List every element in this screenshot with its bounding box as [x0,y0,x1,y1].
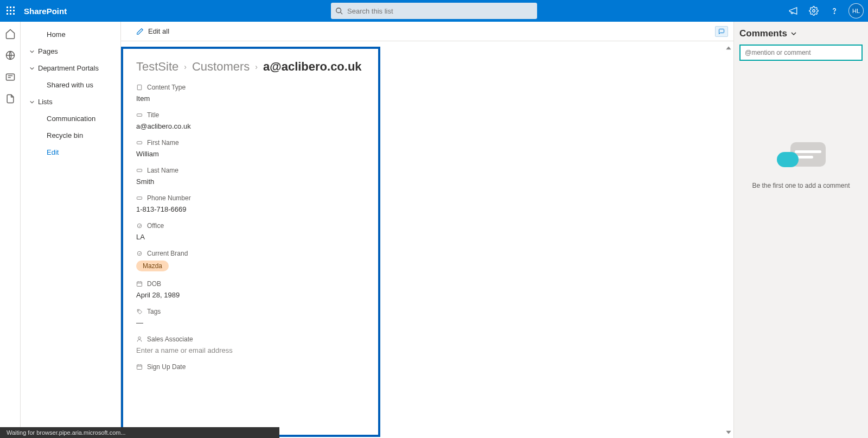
app-bar [0,22,21,438]
gear-icon[interactable] [807,4,820,17]
command-bar: Edit all [121,22,733,41]
textbox-icon [136,112,143,118]
textbox-icon [136,139,143,146]
svg-rect-1 [10,7,11,8]
comments-header[interactable]: Comments [739,28,863,39]
field-office: Office LA [136,222,365,241]
field-tags: Tags — [136,308,365,327]
scroll-up-arrow[interactable] [725,45,732,52]
svg-point-12 [834,13,834,14]
nav-dept-portals[interactable]: Department Portals [21,60,120,77]
svg-rect-7 [10,13,11,15]
svg-rect-0 [7,7,8,8]
scroll-down-arrow[interactable] [725,428,732,436]
svg-rect-14 [6,74,14,80]
svg-rect-19 [137,197,142,200]
choice-icon [136,250,143,257]
breadcrumb-item: a@aclibero.co.uk [263,60,362,74]
textbox-icon [136,167,143,174]
textbox-icon [136,195,143,201]
svg-rect-4 [10,10,11,11]
tags-icon [136,308,143,315]
nav-shared[interactable]: Shared with us [21,77,120,93]
svg-line-10 [341,12,343,15]
svg-rect-15 [137,85,142,90]
comment-pane-toggle[interactable] [715,26,728,37]
choice-icon [136,223,143,229]
nav-communication[interactable]: Communication [21,110,120,127]
svg-point-21 [137,251,142,256]
globe-icon[interactable] [5,50,16,61]
chevron-down-icon [29,99,35,105]
svg-rect-16 [137,114,142,117]
browser-status-bar: Waiting for browser.pipe.aria.microsoft.… [0,427,279,438]
field-first-name: First Name William [136,139,365,158]
suite-header: SharePoint HL [0,0,868,22]
field-current-brand: Current Brand Mazda [136,250,365,271]
home-icon[interactable] [5,28,16,39]
field-title: Title a@aclibero.co.uk [136,111,365,130]
nav-recycle-bin[interactable]: Recycle bin [21,127,120,144]
svg-rect-25 [137,365,142,369]
comment-input[interactable] [739,45,863,61]
item-form: TestSite › Customers › a@aclibero.co.uk … [121,47,380,437]
nav-pages[interactable]: Pages [21,43,120,60]
comment-bubbles-icon [777,142,826,172]
svg-point-9 [336,8,341,13]
calendar-icon [136,364,143,370]
svg-rect-22 [137,282,142,286]
svg-rect-18 [137,169,142,172]
breadcrumb: TestSite › Customers › a@aclibero.co.uk [136,60,365,74]
svg-rect-3 [7,10,8,11]
chevron-down-icon [29,66,35,71]
svg-point-11 [813,10,815,12]
content-area: Edit all TestSite › Customers › a@aclibe… [121,22,733,438]
breadcrumb-list[interactable]: Customers [192,60,250,74]
pencil-icon [136,28,144,35]
svg-rect-2 [13,7,15,8]
help-icon[interactable] [828,4,841,17]
calendar-icon [136,281,143,287]
chevron-down-icon [790,30,797,37]
brand-pill: Mazda [136,261,169,271]
field-last-name: Last Name Smith [136,167,365,186]
search-icon [335,7,343,15]
svg-rect-8 [13,13,15,15]
comment-icon [718,28,725,35]
comments-panel: Comments Be the first one to add a comme… [733,22,868,438]
field-content-type: Content Type Item [136,84,365,103]
breadcrumb-site[interactable]: TestSite [136,60,178,74]
document-icon [136,84,143,91]
nav-edit-link[interactable]: Edit [21,144,120,161]
nav-lists[interactable]: Lists [21,93,120,110]
files-icon[interactable] [5,93,16,104]
megaphone-icon[interactable] [787,4,800,17]
field-signup-date: Sign Up Date [136,363,365,371]
site-nav: Home Pages Department Portals Shared wit… [21,22,121,438]
nav-home[interactable]: Home [21,26,120,43]
field-sales-associate: Sales Associate Enter a name or email ad… [136,335,365,354]
svg-point-23 [138,310,139,312]
comments-empty-state: Be the first one to add a comment [739,142,863,189]
person-icon [136,336,143,342]
app-launcher[interactable] [0,0,22,22]
chevron-right-icon: › [184,62,187,71]
svg-rect-5 [13,10,15,11]
search-input[interactable] [347,7,533,15]
chevron-down-icon [29,49,35,54]
svg-point-24 [138,337,141,340]
svg-point-20 [137,224,142,228]
field-phone: Phone Number 1-813-718-6669 [136,194,365,213]
edit-all-button[interactable]: Edit all [136,27,169,35]
field-dob: DOB April 28, 1989 [136,280,365,299]
svg-rect-6 [7,13,8,15]
svg-rect-17 [137,142,142,144]
brand-name[interactable]: SharePoint [24,7,67,16]
chevron-right-icon: › [255,62,258,71]
avatar[interactable]: HL [848,3,864,18]
news-icon[interactable] [5,72,16,82]
search-input-container[interactable] [331,3,537,19]
